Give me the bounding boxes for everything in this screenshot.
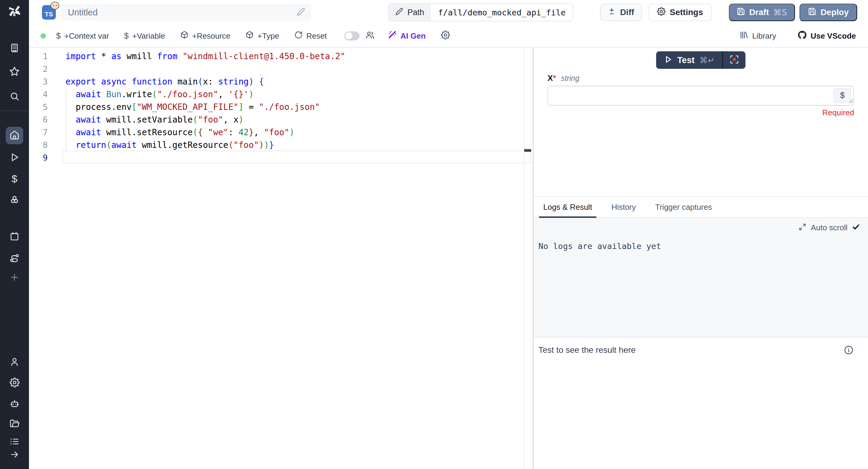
- edit-path-pencil-icon: [395, 7, 403, 18]
- library-button[interactable]: Library: [739, 30, 776, 42]
- sidebar-item-flows[interactable]: [6, 250, 23, 268]
- code-line[interactable]: 7 await wmill.setResource({ "we": 42}, "…: [29, 126, 533, 138]
- line-number: 9: [29, 153, 48, 162]
- ai-gen-button[interactable]: AI Gen: [388, 30, 426, 42]
- save-icon: [808, 7, 816, 18]
- tab-history[interactable]: History: [607, 197, 640, 217]
- code-text: export async function main(x: string) {: [48, 77, 264, 87]
- home-icon: [9, 130, 20, 141]
- wand-sparkles-icon: [388, 30, 397, 42]
- add-context-var-button[interactable]: $ +Context var: [56, 31, 109, 41]
- star-icon: [9, 66, 20, 77]
- path-label: Path: [407, 8, 424, 17]
- capture-test-button[interactable]: [723, 51, 745, 69]
- language-label: TS: [45, 10, 53, 18]
- reset-button[interactable]: Reset: [294, 31, 327, 41]
- x-input[interactable]: [548, 86, 854, 106]
- settings-button[interactable]: Settings: [649, 4, 711, 21]
- code-line[interactable]: 5 process.env["WM_MOCKED_API_FILE"] = ".…: [29, 100, 533, 113]
- edit-title-pencil-icon[interactable]: [297, 7, 305, 17]
- result-placeholder: Test to see the result here: [538, 345, 636, 355]
- path-button[interactable]: Path f/all/demo_mocked_api_file: [388, 3, 574, 22]
- package-icon: [245, 31, 254, 41]
- deploy-button[interactable]: Deploy: [800, 4, 857, 21]
- code-editor[interactable]: 1import * as wmill from "windmill-client…: [29, 48, 533, 469]
- current-line-highlight: [62, 151, 531, 163]
- play-icon: [664, 55, 673, 65]
- line-number: 7: [29, 128, 48, 137]
- code-line[interactable]: 6 await wmill.setVariable("foo", x): [29, 113, 533, 126]
- editor-toolbar: $ +Context var $ +Variable +Resource +Ty…: [29, 25, 868, 48]
- test-button[interactable]: Test ⌘↵: [656, 51, 722, 69]
- app-window: $: [0, 0, 868, 469]
- code-text: await Bun.write("./foo.json", '{}'): [48, 89, 254, 99]
- gear-icon: [441, 30, 450, 42]
- sidebar-item-settings[interactable]: [6, 374, 23, 392]
- required-error: Required: [548, 108, 854, 117]
- code-line[interactable]: 2: [29, 62, 533, 75]
- info-icon[interactable]: [844, 345, 854, 356]
- auto-scroll-checkbox[interactable]: [852, 223, 860, 232]
- topbar: TS Untitled Path f/all/demo_mocked_api_f…: [29, 0, 868, 25]
- diff-button[interactable]: Diff: [600, 4, 642, 21]
- sidebar-item-menu[interactable]: [6, 436, 23, 449]
- resize-handle-icon[interactable]: [848, 98, 853, 105]
- windmill-logo-icon[interactable]: [7, 4, 22, 19]
- field-name: X: [548, 74, 553, 83]
- sidebar-item-search[interactable]: [6, 88, 23, 106]
- draft-button[interactable]: Draft ⌘S: [729, 4, 795, 21]
- sidebar-item-collapse[interactable]: [6, 448, 23, 462]
- bun-runtime-icon: [51, 1, 59, 11]
- code-line[interactable]: 3export async function main(x: string) {: [29, 75, 533, 88]
- sidebar-item-ai[interactable]: [6, 395, 23, 413]
- draft-shortcut: ⌘S: [773, 7, 787, 18]
- collab-toggle[interactable]: [344, 31, 360, 40]
- reset-icon: [294, 31, 303, 41]
- code-lines[interactable]: 1import * as wmill from "windmill-client…: [29, 50, 533, 164]
- play-icon: [10, 152, 19, 163]
- logs-panel: Auto scroll No logs are available yet: [534, 218, 868, 337]
- tab-logs-result[interactable]: Logs & Result: [539, 197, 596, 217]
- code-line[interactable]: 8 return(await wmill.getResource("foo"))…: [29, 138, 533, 151]
- sidebar-item-resources[interactable]: [6, 192, 23, 210]
- result-panel: Test to see the result here: [534, 337, 868, 469]
- code-line[interactable]: 1import * as wmill from "windmill-client…: [29, 50, 533, 62]
- building-icon: [10, 43, 19, 54]
- add-type-button[interactable]: +Type: [245, 31, 279, 41]
- boxes-icon: [9, 195, 20, 207]
- sidebar-item-account[interactable]: [6, 354, 23, 371]
- tab-trigger-captures[interactable]: Trigger captures: [651, 197, 716, 217]
- result-tabs: Logs & Result History Trigger captures: [534, 196, 868, 218]
- github-icon: [797, 30, 807, 42]
- sidebar-item-variables[interactable]: $: [6, 170, 23, 187]
- indent-guide: [65, 88, 66, 151]
- editor-settings-button[interactable]: [441, 30, 450, 42]
- dollar-icon: $: [56, 31, 61, 41]
- bot-icon: [10, 399, 20, 410]
- use-vscode-button[interactable]: Use VScode: [797, 30, 856, 42]
- sidebar-item-folders[interactable]: [6, 415, 23, 433]
- dollar-icon: $: [124, 31, 129, 41]
- sidebar-item-workspace[interactable]: [6, 40, 23, 57]
- save-icon: [737, 7, 745, 18]
- script-title: Untitled: [68, 7, 297, 18]
- sidebar-item-add[interactable]: [6, 269, 23, 287]
- sidebar-item-schedules[interactable]: [6, 228, 23, 246]
- dollar-icon: $: [12, 173, 18, 185]
- collaborators-button[interactable]: [366, 30, 375, 42]
- code-text: process.env["WM_MOCKED_API_FILE"] = "./f…: [48, 102, 320, 112]
- sidebar-item-favorites[interactable]: [6, 63, 23, 81]
- package-icon: [180, 31, 189, 41]
- add-variable-button[interactable]: $ +Variable: [124, 31, 165, 41]
- search-icon: [10, 91, 19, 102]
- sidebar-item-home[interactable]: [6, 127, 23, 144]
- expand-icon[interactable]: [798, 223, 807, 232]
- route-icon: [9, 253, 20, 264]
- script-title-field[interactable]: Untitled: [59, 4, 311, 21]
- logs-empty-message: No logs are available yet: [538, 242, 661, 251]
- gear-icon: [10, 378, 20, 389]
- sidebar-item-runs[interactable]: [6, 149, 23, 166]
- auto-scroll-label: Auto scroll: [811, 223, 847, 232]
- add-resource-button[interactable]: +Resource: [180, 31, 230, 41]
- code-line[interactable]: 4 await Bun.write("./foo.json", '{}'): [29, 88, 533, 100]
